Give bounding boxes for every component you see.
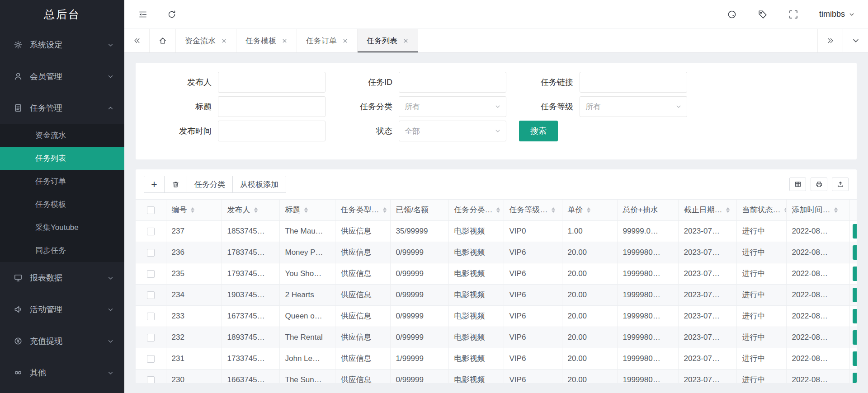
row-action-button[interactable] [853, 288, 857, 302]
close-icon[interactable] [221, 38, 227, 44]
task-category-button[interactable]: 任务分类 [187, 176, 233, 193]
sort-icon[interactable] [587, 207, 590, 213]
sidebar-item-report-data[interactable]: 报表数据 [0, 262, 124, 294]
filter-field-task-id: 任务ID [326, 72, 506, 93]
sidebar-subitem-collect-youtube[interactable]: 采集Youtube [0, 216, 124, 239]
close-icon[interactable] [403, 38, 409, 44]
row-checkbox[interactable] [147, 270, 155, 278]
sort-icon[interactable] [304, 207, 308, 213]
row-action-button[interactable] [853, 351, 857, 366]
column-header[interactable]: 截止日期… [678, 200, 736, 220]
chevron-down-icon [495, 128, 500, 134]
row-checkbox[interactable] [147, 291, 155, 299]
column-header[interactable]: 标题 [279, 200, 335, 220]
table-row: 2301663745…The Sun…供应信息0/99999电影视频VIP620… [136, 369, 857, 383]
sort-icon[interactable] [834, 207, 838, 213]
row-checkbox[interactable] [147, 249, 155, 257]
sort-icon[interactable] [496, 207, 500, 213]
row-action-button[interactable] [853, 245, 857, 260]
task-level-select[interactable]: 所有 [580, 96, 687, 117]
table-cell: VIP6 [504, 305, 562, 327]
task-id-input[interactable] [399, 72, 506, 93]
sidebar-subitem-task-order[interactable]: 任务订单 [0, 170, 124, 193]
publish-time-input[interactable] [218, 121, 326, 141]
add-button[interactable]: + [144, 176, 165, 193]
title-input[interactable] [218, 96, 326, 117]
sort-icon[interactable] [191, 207, 194, 213]
add-from-template-button[interactable]: 从模板添加 [232, 176, 286, 193]
column-header[interactable]: 总价+抽水 [617, 200, 678, 220]
print-button[interactable] [811, 178, 827, 191]
row-action-button[interactable] [853, 330, 857, 345]
sort-icon[interactable] [784, 207, 787, 213]
chevron-down-icon [108, 42, 113, 48]
row-action-button[interactable] [853, 267, 857, 281]
tab-bar: 资金流水任务模板任务订单任务列表 [124, 29, 868, 53]
export-button[interactable] [832, 178, 849, 191]
sort-icon[interactable] [254, 207, 258, 213]
column-header[interactable]: 单价 [562, 200, 617, 220]
row-checkbox[interactable] [147, 355, 155, 363]
tab-fund-flow[interactable]: 资金流水 [176, 29, 236, 52]
tabs-menu-button[interactable] [843, 29, 868, 52]
sidebar-item-system-settings[interactable]: 系统设定 [0, 29, 124, 61]
column-header-label: 任务分类… [454, 205, 493, 215]
column-header[interactable]: 任务分类… [448, 200, 504, 220]
task-level-label: 任务等级 [506, 101, 580, 112]
sidebar-subitem-sync-task[interactable]: 同步任务 [0, 239, 124, 262]
scroll-tabs-left-button[interactable] [124, 29, 150, 52]
user-menu[interactable]: timibbs [819, 9, 854, 19]
tab-task-order[interactable]: 任务订单 [297, 29, 358, 52]
column-header[interactable]: 任务等级… [504, 200, 562, 220]
search-button[interactable]: 搜索 [519, 121, 558, 141]
task-category-select[interactable]: 所有 [399, 96, 506, 117]
scroll-tabs-right-button[interactable] [817, 29, 843, 52]
table-cell: 2 Hearts [279, 284, 335, 305]
close-icon[interactable] [342, 38, 348, 44]
table-row: 2351793745…You Sho…供应信息0/99999电影视频VIP620… [136, 263, 857, 284]
home-tab[interactable] [150, 29, 176, 52]
delete-button[interactable] [164, 176, 187, 193]
row-checkbox[interactable] [147, 334, 155, 342]
fullscreen-icon[interactable] [788, 9, 798, 19]
tab-task-list[interactable]: 任务列表 [358, 29, 418, 52]
sidebar-item-member-management[interactable]: 会员管理 [0, 61, 124, 92]
column-header[interactable]: 任务类型… [335, 200, 390, 220]
sidebar-subitem-task-template[interactable]: 任务模板 [0, 193, 124, 216]
sidebar-item-task-management[interactable]: 任务管理 [0, 92, 124, 124]
tab-task-template[interactable]: 任务模板 [236, 29, 297, 52]
status-select[interactable]: 全部 [399, 121, 506, 141]
task-link-input[interactable] [580, 72, 687, 93]
column-header[interactable]: 当前状态… [736, 200, 786, 220]
row-action-button[interactable] [853, 309, 857, 323]
sort-icon[interactable] [383, 207, 387, 213]
publisher-input[interactable] [218, 72, 326, 93]
column-header[interactable]: 编号 [166, 200, 222, 220]
sort-icon[interactable] [726, 207, 730, 213]
sort-icon[interactable] [552, 207, 555, 213]
row-action-cell [849, 284, 857, 305]
row-checkbox[interactable] [147, 228, 155, 235]
sidebar-subitem-task-list[interactable]: 任务列表 [0, 147, 124, 170]
column-header[interactable]: 已领/名额 [390, 200, 448, 220]
columns-button[interactable] [789, 178, 806, 191]
sidebar-item-recharge-withdraw[interactable]: 充值提现 [0, 325, 124, 357]
row-checkbox[interactable] [147, 376, 155, 383]
column-header[interactable]: 发布人 [222, 200, 279, 220]
sidebar-item-activity-management[interactable]: 活动管理 [0, 294, 124, 325]
row-checkbox-cell [136, 220, 166, 242]
row-action-button[interactable] [853, 224, 857, 239]
table-cell: 进行中 [736, 305, 786, 327]
filter-field-title: 标题 [145, 96, 326, 117]
close-icon[interactable] [282, 38, 288, 44]
select-all-checkbox[interactable] [147, 206, 155, 214]
collapse-sidebar-icon[interactable] [138, 9, 148, 19]
sidebar-subitem-fund-flow[interactable]: 资金流水 [0, 124, 124, 147]
sidebar-item-other[interactable]: 其他 [0, 357, 124, 388]
refresh-icon[interactable] [167, 9, 177, 19]
row-checkbox[interactable] [147, 313, 155, 320]
tag-icon[interactable] [758, 9, 768, 19]
row-action-button[interactable] [853, 373, 857, 384]
theme-icon[interactable] [727, 9, 737, 19]
column-header[interactable]: 添加时间… [786, 200, 849, 220]
